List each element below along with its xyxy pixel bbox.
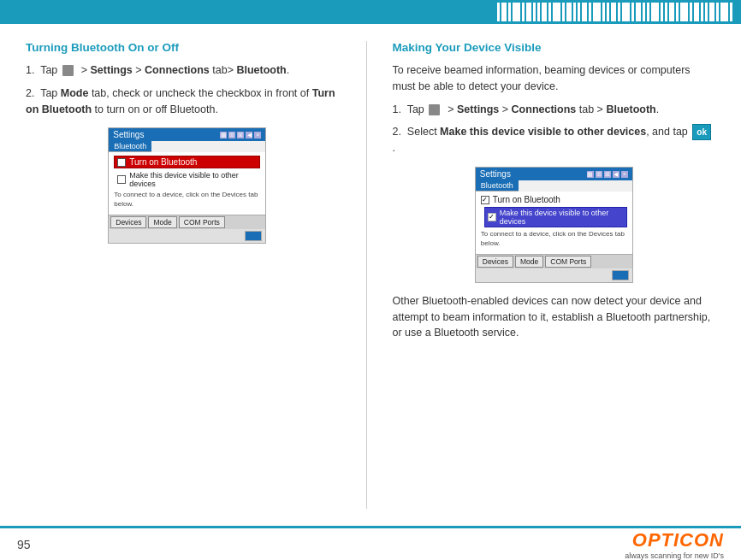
left-column: Turning Bluetooth On or Off 1. Tap > Set…	[26, 41, 367, 509]
left-step-1: 1. Tap > Settings > Connections tab> Blu…	[26, 62, 349, 79]
checkbox-visible-right	[488, 213, 496, 221]
brand-name: OPTICON	[632, 529, 724, 551]
brand-logo: OPTICON always scanning for new ID's	[625, 529, 724, 560]
left-screenshot-body: Turn on Bluetooth Make this device visib…	[109, 152, 265, 215]
left-row2-label: Make this device visible to other device…	[129, 171, 260, 188]
left-tab-devices: Devices	[110, 216, 146, 228]
left-step-2: 2. Tap Mode tab, check or uncheck the ch…	[26, 85, 349, 118]
left-tab-comports: COM Ports	[179, 216, 225, 228]
left-section-title: Turning Bluetooth On or Off	[26, 41, 349, 54]
left-screenshot-nav-icon	[245, 231, 262, 241]
right-screenshot-icon-5: ×	[621, 171, 628, 178]
settings-icon-left-1	[62, 65, 74, 76]
left-screenshot-row1: Turn on Bluetooth	[114, 156, 260, 168]
step-1-number: 1. Tap	[26, 64, 61, 76]
checkbox-visible-left	[117, 175, 126, 184]
left-screenshot: Settings ▦ ⊞ ⊠ ◀ × Bluetooth Turn on Blu…	[108, 127, 266, 244]
page-number: 95	[17, 538, 31, 551]
right-step-1-text: 1. Tap	[393, 103, 428, 115]
right-screenshot-nav-icon	[612, 270, 629, 280]
screenshot-icon-1: ▦	[220, 132, 227, 139]
right-outro: Other Bluetooth-enabled devices can now …	[393, 293, 716, 341]
right-row2-label: Make this device visible to other device…	[500, 209, 624, 226]
page-footer: 95 OPTICON always scanning for new ID's	[0, 526, 741, 560]
right-screenshot-note: To connect to a device, click on the Dev…	[481, 230, 627, 248]
left-screenshot-tab: Bluetooth	[109, 141, 151, 152]
settings-icon-right-1	[429, 104, 440, 115]
right-tab-mode: Mode	[515, 256, 543, 268]
checkbox-turn-on-bt-left	[117, 158, 126, 167]
right-screenshot-icon-1: ▦	[587, 171, 594, 178]
right-tab-devices: Devices	[477, 256, 513, 268]
right-section-title: Making Your Device Visible	[393, 41, 716, 54]
left-screenshot-row2: Make this device visible to other device…	[114, 171, 260, 188]
screenshot-icon-3: ⊠	[237, 132, 244, 139]
right-screenshot-controls: ▦ ⊞ ⊠ ◀ ×	[587, 171, 628, 178]
right-screenshot-tab: Bluetooth	[476, 180, 519, 192]
ok-button: ok	[692, 124, 711, 140]
right-screenshot-tabs: Devices Mode COM Ports	[476, 254, 632, 268]
left-row1-label: Turn on Bluetooth	[129, 157, 197, 167]
right-screenshot-row2: Make this device visible to other device…	[484, 207, 627, 227]
right-screenshot-icon-2: ⊞	[596, 171, 602, 178]
left-screenshot-note: To connect to a device, click on the Dev…	[114, 191, 260, 209]
right-screenshot-icon-4: ◀	[613, 171, 619, 178]
left-screenshot-titlebar: Settings ▦ ⊞ ⊠ ◀ ×	[109, 128, 265, 141]
checkbox-turn-on-bt-right	[481, 196, 489, 204]
brand-tagline: always scanning for new ID's	[625, 551, 724, 560]
screenshot-icon-2: ⊞	[228, 132, 235, 139]
screenshot-icon-5: ×	[254, 132, 261, 139]
step-2-number: 2. Tap Mode tab, check or uncheck the ch…	[26, 87, 335, 115]
right-tab-comports: COM Ports	[545, 256, 591, 268]
right-intro: To receive beamed information, beaming d…	[393, 62, 716, 95]
main-content: Turning Bluetooth On or Off 1. Tap > Set…	[0, 24, 741, 526]
top-header-bar	[0, 0, 741, 24]
left-screenshot-tabs: Devices Mode COM Ports	[109, 215, 265, 229]
right-column: Making Your Device Visible To receive be…	[384, 41, 716, 509]
left-screenshot-bottom	[109, 229, 265, 243]
left-screenshot-controls: ▦ ⊞ ⊠ ◀ ×	[220, 132, 261, 139]
right-row1-label: Turn on Bluetooth	[493, 195, 560, 204]
right-screenshot-titlebar: Settings ▦ ⊞ ⊠ ◀ ×	[476, 168, 632, 180]
screenshot-icon-4: ◀	[246, 132, 252, 139]
right-screenshot-icon-3: ⊠	[604, 171, 611, 178]
right-step-1: 1. Tap > Settings > Connections tab > Bl…	[393, 102, 716, 118]
right-step-2: 2. Select Make this device visible to ot…	[393, 124, 716, 156]
right-screenshot-bottom	[476, 268, 632, 282]
left-tab-mode: Mode	[148, 216, 176, 228]
barcode-decoration	[497, 3, 732, 21]
right-screenshot-row1: Turn on Bluetooth	[481, 195, 627, 204]
right-screenshot-body: Turn on Bluetooth Make this device visib…	[476, 192, 632, 254]
right-screenshot: Settings ▦ ⊞ ⊠ ◀ × Bluetooth Turn on Blu…	[475, 167, 633, 283]
right-screenshot-title: Settings	[480, 169, 511, 179]
left-screenshot-title: Settings	[113, 130, 144, 139]
